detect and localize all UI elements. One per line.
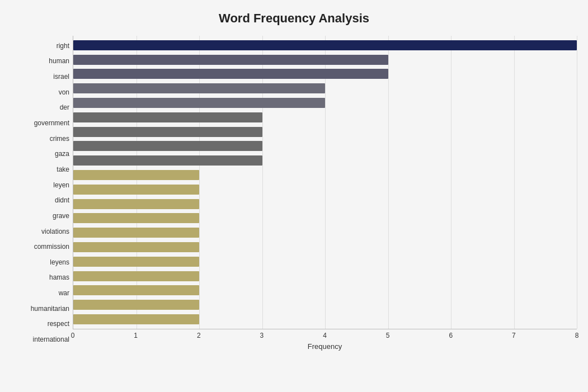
bar-human bbox=[73, 55, 388, 65]
x-tick: 6 bbox=[449, 332, 453, 339]
bar-row bbox=[73, 126, 577, 138]
x-tick: 0 bbox=[71, 332, 75, 339]
chart-container: Word Frequency Analysis righthumanisrael… bbox=[0, 0, 588, 392]
bar-take bbox=[73, 155, 262, 166]
bars-and-xaxis: Frequency 012345678 bbox=[73, 36, 577, 350]
chart-area: righthumanisraelvondergovernmentcrimesga… bbox=[11, 36, 577, 350]
y-label-grave: grave bbox=[53, 209, 69, 223]
x-tick: 8 bbox=[575, 332, 579, 339]
bar-didnt bbox=[73, 185, 199, 195]
bar-leyens bbox=[73, 242, 199, 252]
x-tick: 3 bbox=[260, 332, 264, 339]
x-axis: Frequency 012345678 bbox=[73, 329, 577, 350]
y-label-respect: respect bbox=[48, 317, 69, 330]
bar-row bbox=[73, 140, 577, 152]
bar-violations bbox=[73, 213, 199, 223]
bar-commission bbox=[73, 228, 199, 238]
bar-row bbox=[73, 256, 577, 268]
bar-row bbox=[73, 299, 577, 311]
bar-gaza bbox=[73, 141, 262, 151]
bar-row bbox=[73, 226, 577, 239]
y-label-commission: commission bbox=[34, 240, 69, 253]
bar-row bbox=[73, 154, 577, 167]
y-label-leyen: leyen bbox=[53, 178, 69, 192]
y-label-human: human bbox=[49, 54, 69, 68]
chart-title: Word Frequency Analysis bbox=[11, 11, 577, 26]
y-label-war: war bbox=[59, 286, 69, 300]
bar-humanitarian bbox=[73, 285, 199, 295]
bar-row bbox=[73, 68, 577, 80]
x-axis-label: Frequency bbox=[308, 342, 342, 351]
bar-row bbox=[73, 82, 577, 95]
x-tick: 5 bbox=[386, 332, 390, 339]
y-label-government: government bbox=[34, 116, 69, 130]
bars-inner bbox=[73, 36, 577, 329]
bar-row bbox=[73, 284, 577, 296]
grid-line bbox=[577, 36, 577, 329]
y-label-crimes: crimes bbox=[50, 132, 69, 145]
bar-row bbox=[73, 241, 577, 253]
y-label-take: take bbox=[57, 163, 69, 176]
y-label-leyens: leyens bbox=[50, 256, 69, 269]
x-tick: 1 bbox=[134, 332, 138, 339]
x-tick: 7 bbox=[512, 332, 516, 339]
bar-grave bbox=[73, 199, 199, 209]
bar-der bbox=[73, 98, 325, 108]
y-label-gaza: gaza bbox=[55, 147, 69, 160]
bar-row bbox=[73, 270, 577, 282]
y-label-israel: israel bbox=[53, 70, 69, 83]
bar-row bbox=[73, 97, 577, 109]
y-label-didnt: didnt bbox=[55, 193, 69, 207]
bar-row bbox=[73, 198, 577, 210]
bar-row bbox=[73, 183, 577, 196]
bar-row bbox=[73, 313, 577, 325]
bar-israel bbox=[73, 69, 388, 79]
bar-crimes bbox=[73, 127, 262, 137]
bar-right bbox=[73, 40, 577, 50]
y-label-der: der bbox=[60, 101, 69, 114]
y-label-humanitarian: humanitarian bbox=[31, 302, 69, 315]
y-axis: righthumanisraelvondergovernmentcrimesga… bbox=[11, 36, 73, 350]
y-label-violations: violations bbox=[41, 225, 69, 238]
bar-row bbox=[73, 54, 577, 66]
bars-area bbox=[73, 36, 577, 329]
y-label-hamas: hamas bbox=[49, 271, 69, 284]
bar-hamas bbox=[73, 257, 199, 267]
bar-row bbox=[73, 111, 577, 124]
bar-war bbox=[73, 271, 199, 281]
y-label-von: von bbox=[59, 86, 69, 99]
x-tick: 4 bbox=[323, 332, 327, 339]
bar-international bbox=[73, 314, 199, 324]
bar-row bbox=[73, 169, 577, 181]
bar-government bbox=[73, 112, 262, 122]
bar-row bbox=[73, 212, 577, 224]
y-label-right: right bbox=[57, 39, 69, 53]
bar-row bbox=[73, 39, 577, 51]
bar-von bbox=[73, 83, 325, 93]
bar-leyen bbox=[73, 170, 199, 180]
x-tick: 2 bbox=[197, 332, 201, 339]
y-label-international: international bbox=[33, 333, 69, 346]
bar-respect bbox=[73, 300, 199, 310]
